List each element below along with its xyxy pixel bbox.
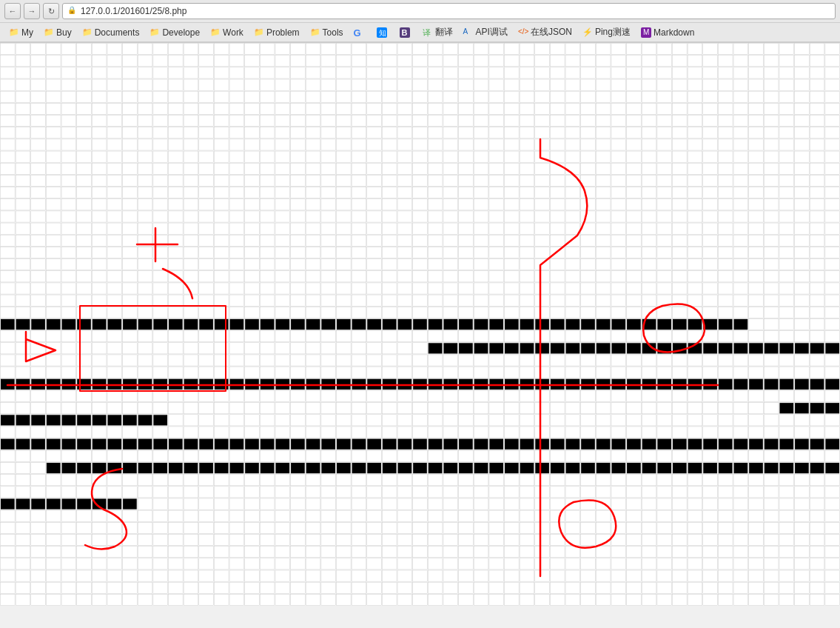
bookmark-buy[interactable]: 📁 Buy	[39, 26, 76, 39]
bookmark-translate[interactable]: 译 翻译	[418, 24, 457, 40]
zhihu-icon: 知	[377, 27, 387, 38]
page-icon: 🔒	[67, 6, 78, 16]
bookmark-api-label: API调试	[476, 26, 508, 39]
google-icon: G	[354, 27, 364, 38]
bookmark-develope-label: Develope	[162, 27, 200, 38]
folder-icon: 📁	[149, 27, 160, 38]
bookmark-documents-label: Documents	[95, 27, 140, 38]
reload-button[interactable]: ↻	[43, 3, 59, 19]
bookmark-tools[interactable]: 📁 Tools	[306, 26, 348, 39]
bookmark-bootstrap[interactable]: B	[395, 26, 417, 39]
folder-icon: 📁	[210, 27, 221, 38]
browser-chrome: ← → ↻ 🔒 127.0.0.1/201601/25/8.php 📁 My 📁…	[0, 0, 840, 43]
bookmarks-bar: 📁 My 📁 Buy 📁 Documents 📁 Develope 📁 Work…	[0, 23, 840, 42]
bookmark-ping-label: Ping测速	[595, 26, 631, 39]
bookmark-buy-label: Buy	[56, 27, 72, 38]
forward-button[interactable]: →	[24, 3, 40, 19]
api-icon: A	[463, 27, 474, 38]
ping-icon: ⚡	[582, 27, 593, 38]
json-icon: </>	[518, 27, 528, 38]
bookmark-my-label: My	[21, 27, 33, 38]
grid-canvas	[0, 43, 840, 606]
bookmark-markdown[interactable]: M Markdown	[636, 26, 699, 39]
folder-icon: 📁	[310, 27, 320, 38]
content-area	[0, 43, 840, 606]
bookmark-tools-label: Tools	[323, 27, 343, 38]
bookmark-my[interactable]: 📁 My	[4, 26, 38, 39]
browser-toolbar: ← → ↻ 🔒 127.0.0.1/201601/25/8.php	[0, 0, 840, 23]
folder-icon: 📁	[82, 27, 93, 38]
address-bar[interactable]: 🔒 127.0.0.1/201601/25/8.php	[62, 3, 836, 19]
bookmark-zhihu[interactable]: 知	[372, 26, 394, 39]
bookmark-ping[interactable]: ⚡ Ping测速	[578, 24, 635, 40]
bookmark-json-label: 在线JSON	[531, 26, 572, 39]
folder-icon: 📁	[254, 27, 264, 38]
bookmark-work-label: Work	[223, 27, 243, 38]
bootstrap-icon: B	[400, 27, 410, 38]
bookmark-translate-label: 翻译	[435, 26, 453, 39]
folder-icon: 📁	[9, 27, 19, 38]
translate-icon: 译	[423, 27, 433, 38]
bookmark-develope[interactable]: 📁 Develope	[145, 26, 204, 39]
bookmark-markdown-label: Markdown	[653, 27, 694, 38]
bookmark-problem-label: Problem	[266, 27, 300, 38]
bookmark-api[interactable]: A API调试	[459, 24, 512, 40]
back-button[interactable]: ←	[4, 3, 21, 19]
url-text: 127.0.0.1/201601/25/8.php	[81, 6, 187, 16]
bookmark-problem[interactable]: 📁 Problem	[249, 26, 304, 39]
bookmark-documents[interactable]: 📁 Documents	[78, 26, 144, 39]
folder-icon: 📁	[44, 27, 54, 38]
bookmark-google[interactable]: G	[349, 26, 371, 39]
bookmark-work[interactable]: 📁 Work	[206, 26, 248, 39]
bookmark-json[interactable]: </> 在线JSON	[514, 24, 577, 40]
markdown-icon: M	[641, 27, 651, 38]
